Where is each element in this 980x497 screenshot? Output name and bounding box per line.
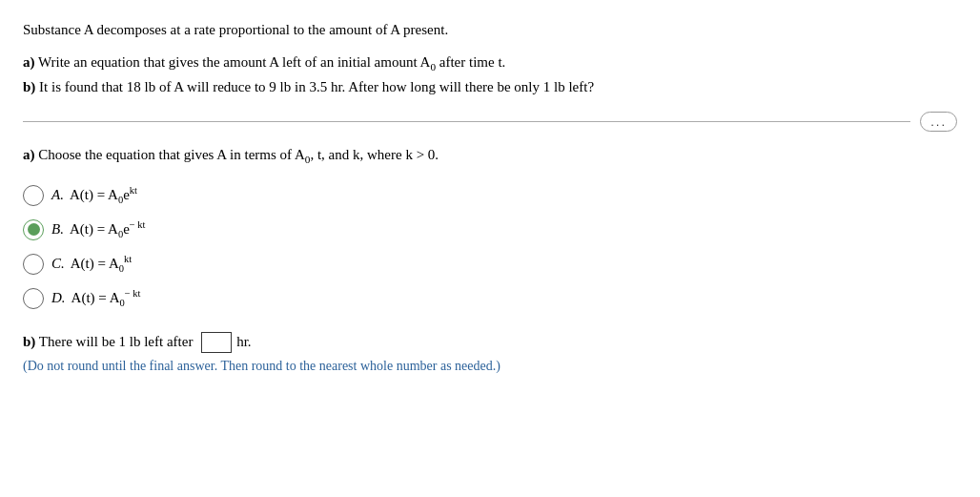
radio-A[interactable] [23, 185, 44, 206]
divider-section: ... [23, 112, 957, 132]
part-a-label: a) [23, 54, 35, 70]
option-A-formula: A(t) = A0ekt [70, 185, 137, 205]
section-b-text-after: hr. [236, 334, 251, 350]
option-D[interactable]: D. A(t) = A0− kt [23, 288, 957, 309]
dots-button[interactable]: ... [920, 112, 957, 132]
check-icon: ✓ [29, 222, 39, 238]
radio-D[interactable] [23, 288, 44, 309]
part-b-intro: b) It is found that 18 lb of A will redu… [23, 75, 957, 98]
answer-row: b) There will be 1 lb left after hr. [23, 332, 957, 353]
hint-text: (Do not round until the final answer. Th… [23, 359, 957, 374]
answer-input[interactable] [201, 332, 232, 353]
section-b-label: b) [23, 334, 35, 350]
section-b-text-before: There will be 1 lb left after [35, 334, 196, 350]
option-A-label: A. [51, 187, 64, 203]
radio-C[interactable] [23, 254, 44, 275]
section-b: b) There will be 1 lb left after hr. (Do… [23, 332, 957, 374]
option-D-formula: A(t) = A0− kt [71, 288, 141, 308]
option-C-formula: A(t) = A0kt [71, 254, 132, 274]
option-B[interactable]: ✓ B. A(t) = A0e− kt [23, 219, 957, 240]
main-intro-text: Substance A decomposes at a rate proport… [23, 19, 957, 41]
part-b-label: b) [23, 79, 35, 94]
radio-B[interactable]: ✓ [23, 219, 44, 240]
option-C-label: C. [51, 256, 65, 272]
section-a-label: a) [23, 147, 35, 162]
option-D-label: D. [51, 290, 66, 306]
divider-line [23, 121, 910, 122]
option-B-label: B. [51, 221, 64, 238]
section-a: a) Choose the equation that gives A in t… [23, 143, 957, 309]
part-b-text: It is found that 18 lb of A will reduce … [39, 79, 594, 94]
section-a-question-text: Choose the equation that gives A in term… [38, 147, 439, 162]
part-a-text: Write an equation that gives the amount … [38, 54, 505, 70]
part-a-intro: a) Write an equation that gives the amou… [23, 51, 957, 75]
option-A[interactable]: A. A(t) = A0ekt [23, 185, 957, 206]
intro-section: Substance A decomposes at a rate proport… [23, 19, 957, 98]
option-C[interactable]: C. A(t) = A0kt [23, 254, 957, 275]
section-a-question: a) Choose the equation that gives A in t… [23, 143, 957, 168]
option-B-formula: A(t) = A0e− kt [70, 219, 146, 239]
options-list: A. A(t) = A0ekt ✓ B. A(t) = A0e− kt C. A… [23, 185, 957, 309]
